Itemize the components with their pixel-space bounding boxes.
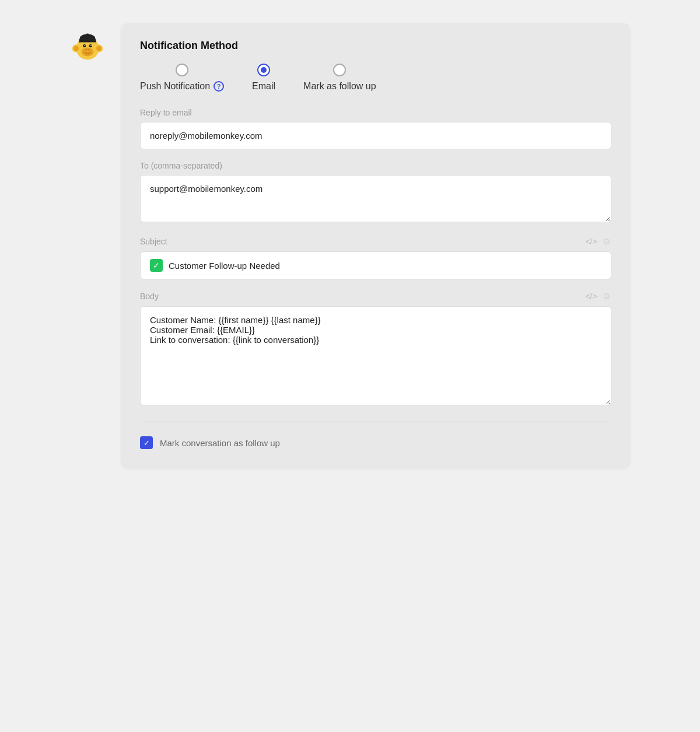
subject-input-wrapper[interactable]: ✓ Customer Follow-up Needed [140,251,611,279]
notification-methods: Push Notification ? Email Mark as follow… [140,64,611,92]
subject-check-icon: ✓ [150,259,163,272]
follow-up-radio-label: Mark as follow up [303,81,376,92]
notification-card: Notification Method Push Notification ? … [121,23,630,468]
svg-point-9 [90,45,92,46]
svg-point-4 [96,46,102,51]
subject-field-group: Subject </> ☺ ✓ Customer Follow-up Neede… [140,236,611,279]
method-email[interactable]: Email [252,64,275,92]
email-label: Email [252,81,275,92]
body-emoji-icon[interactable]: ☺ [602,291,611,302]
reply-to-label: Reply to email [140,108,192,117]
body-field-group: Body </> ☺ [140,291,611,408]
to-field-group: To (comma-separated) [140,161,611,225]
svg-point-13 [90,36,95,40]
svg-point-14 [85,34,90,38]
follow-up-checkbox-row[interactable]: ✓ Mark conversation as follow up [140,436,611,449]
reply-to-field-group: Reply to email [140,108,611,149]
divider [140,422,611,422]
radio-follow-up[interactable] [333,64,346,76]
logo-area [70,23,112,66]
svg-point-7 [89,44,92,47]
reply-to-input[interactable] [140,122,611,149]
to-label: To (comma-separated) [140,161,222,170]
svg-point-5 [82,48,94,57]
follow-up-checkbox-label: Mark conversation as follow up [160,438,280,448]
radio-push[interactable] [176,64,188,76]
follow-up-check-mark: ✓ [144,439,150,447]
svg-point-6 [83,44,86,47]
monkey-logo-icon [70,29,105,64]
card-title: Notification Method [140,40,611,52]
method-push-notification[interactable]: Push Notification ? [140,64,224,92]
svg-point-10 [85,49,87,50]
svg-point-2 [74,46,79,51]
radio-email[interactable] [257,64,270,76]
to-input[interactable] [140,175,611,222]
body-input[interactable] [140,306,611,405]
subject-value: Customer Follow-up Needed [169,261,280,271]
subject-code-icon[interactable]: </> [585,237,597,246]
subject-emoji-icon[interactable]: ☺ [602,236,611,247]
svg-point-11 [88,49,90,50]
subject-label: Subject [140,237,167,246]
push-notification-label: Push Notification [140,81,210,92]
push-notification-help-icon[interactable]: ? [214,81,224,92]
method-follow-up[interactable]: Mark as follow up [303,64,376,92]
body-label: Body [140,292,159,301]
follow-up-checkbox[interactable]: ✓ [140,436,153,449]
body-code-icon[interactable]: </> [585,292,597,301]
svg-point-12 [80,36,85,40]
svg-point-8 [85,45,86,46]
